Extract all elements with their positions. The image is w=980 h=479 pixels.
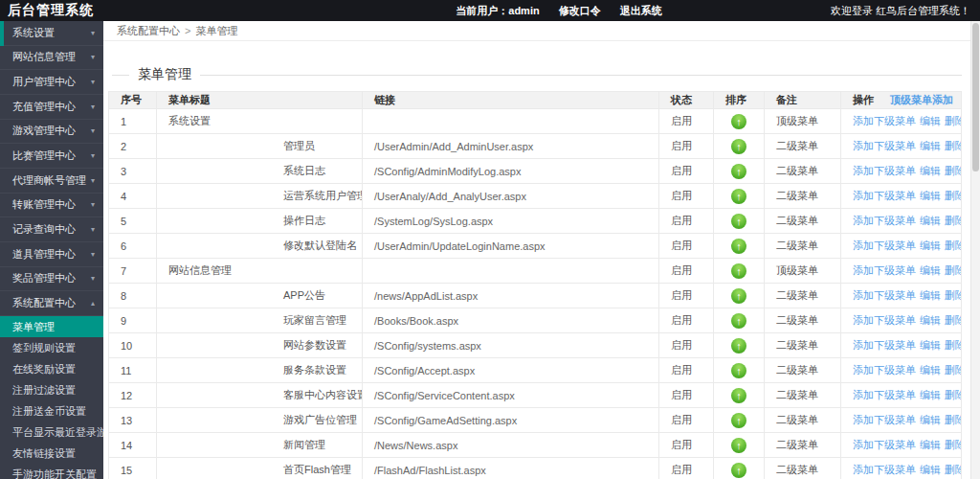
sort-up-button[interactable]: ↑ [731, 214, 746, 229]
cell-title: 游戏广告位管理 [157, 408, 363, 433]
cell-link: /UserAdmin/Add_AdminUser.aspx [363, 134, 659, 159]
edit-link[interactable]: 编辑 [920, 165, 941, 176]
edit-link[interactable]: 编辑 [920, 389, 941, 400]
cell-actions: 添加下级菜单编辑删除 [841, 308, 962, 333]
sidebar-item[interactable]: 游戏管理中心▾ [0, 120, 103, 145]
edit-link[interactable]: 编辑 [920, 464, 941, 475]
delete-link[interactable]: 删除 [945, 389, 962, 400]
sidebar-item[interactable]: 比赛管理中心▾ [0, 144, 103, 169]
vertical-scrollbar[interactable] [970, 21, 980, 479]
sort-up-button[interactable]: ↑ [731, 263, 746, 279]
add-submenu-link[interactable]: 添加下级菜单 [853, 165, 916, 176]
sidebar-item[interactable]: 网站信息管理▾ [0, 46, 103, 71]
add-submenu-link[interactable]: 添加下级菜单 [853, 115, 916, 126]
add-submenu-link[interactable]: 添加下级菜单 [853, 414, 916, 425]
edit-link[interactable]: 编辑 [920, 414, 941, 425]
sidebar-item[interactable]: 转账管理中心▾ [0, 194, 103, 218]
delete-link[interactable]: 删除 [945, 289, 962, 301]
sort-up-button[interactable]: ↑ [731, 164, 746, 179]
add-submenu-link[interactable]: 添加下级菜单 [853, 215, 916, 226]
delete-link[interactable]: 删除 [945, 414, 962, 425]
chevron-down-icon: ▾ [91, 151, 95, 160]
sidebar-item[interactable]: 充值管理中心▾ [0, 95, 103, 120]
edit-link[interactable]: 编辑 [920, 140, 941, 151]
add-submenu-link[interactable]: 添加下级菜单 [853, 464, 916, 475]
add-submenu-link[interactable]: 添加下级菜单 [853, 314, 916, 326]
logout-link[interactable]: 退出系统 [620, 4, 662, 18]
sidebar-item[interactable]: 代理商帐号管理▾ [0, 169, 103, 194]
table-row: 7网站信息管理启用↑顶级菜单添加下级菜单编辑删除 [109, 259, 962, 284]
sidebar-subitem[interactable]: 菜单管理 [0, 316, 103, 337]
edit-link[interactable]: 编辑 [920, 115, 941, 126]
sidebar-item[interactable]: 道具管理中心▾ [0, 242, 103, 267]
delete-link[interactable]: 删除 [945, 464, 962, 475]
sidebar-subitem[interactable]: 平台显示最近登录游戏... [0, 422, 103, 443]
edit-link[interactable]: 编辑 [920, 215, 941, 226]
edit-link[interactable]: 编辑 [920, 240, 941, 251]
sidebar-subitem[interactable]: 签到规则设置 [0, 337, 103, 358]
delete-link[interactable]: 删除 [945, 165, 962, 176]
delete-link[interactable]: 删除 [945, 190, 962, 201]
add-top-menu-link[interactable]: 顶级菜单添加 [890, 93, 953, 107]
edit-link[interactable]: 编辑 [920, 364, 941, 376]
delete-link[interactable]: 删除 [945, 264, 962, 276]
menu-title-text: 修改默认登陆名 [168, 239, 357, 253]
sidebar-item[interactable]: 系统配置中心▴ [0, 291, 103, 316]
add-submenu-link[interactable]: 添加下级菜单 [853, 289, 916, 301]
sort-up-button[interactable]: ↑ [731, 239, 746, 254]
sidebar-subitem[interactable]: 友情链接设置 [0, 443, 103, 464]
sidebar-subitem[interactable]: 注册过滤设置 [0, 379, 103, 400]
delete-link[interactable]: 删除 [945, 339, 962, 351]
sort-up-button[interactable]: ↑ [731, 139, 746, 154]
delete-link[interactable]: 删除 [945, 364, 962, 376]
delete-link[interactable]: 删除 [945, 314, 962, 326]
cell-sort: ↑ [714, 308, 765, 333]
edit-link[interactable]: 编辑 [920, 339, 941, 351]
delete-link[interactable]: 删除 [945, 140, 962, 151]
sort-up-button[interactable]: ↑ [731, 413, 746, 428]
sort-up-button[interactable]: ↑ [731, 388, 746, 403]
cell-status: 启用 [659, 433, 714, 458]
add-submenu-link[interactable]: 添加下级菜单 [853, 140, 916, 151]
delete-link[interactable]: 删除 [945, 439, 962, 450]
cell-status: 启用 [659, 383, 714, 408]
sort-up-button[interactable]: ↑ [731, 338, 746, 354]
breadcrumb-parent[interactable]: 系统配置中心 [117, 25, 180, 36]
edit-link[interactable]: 编辑 [920, 264, 941, 276]
add-submenu-link[interactable]: 添加下级菜单 [853, 439, 916, 450]
sort-up-button[interactable]: ↑ [731, 313, 746, 329]
scrollbar-thumb[interactable] [972, 23, 979, 171]
menu-title-text: 系统设置 [168, 115, 211, 126]
add-submenu-link[interactable]: 添加下级菜单 [853, 240, 916, 251]
change-password-link[interactable]: 修改口令 [559, 4, 601, 18]
cell-link: /Books/Book.aspx [363, 308, 659, 333]
sort-up-button[interactable]: ↑ [731, 288, 746, 304]
sidebar-item[interactable]: 系统设置▾ [0, 21, 103, 46]
delete-link[interactable]: 删除 [945, 215, 962, 226]
add-submenu-link[interactable]: 添加下级菜单 [853, 190, 916, 201]
delete-link[interactable]: 删除 [945, 115, 962, 126]
edit-link[interactable]: 编辑 [920, 439, 941, 450]
sidebar-subitem[interactable]: 在线奖励设置 [0, 358, 103, 379]
sidebar-subitem[interactable]: 手游功能开关配置 [0, 464, 103, 479]
sort-up-button[interactable]: ↑ [731, 463, 746, 478]
edit-link[interactable]: 编辑 [920, 314, 941, 326]
sort-up-button[interactable]: ↑ [731, 189, 746, 204]
delete-link[interactable]: 删除 [945, 240, 962, 251]
sidebar-item[interactable]: 奖品管理中心▾ [0, 267, 103, 292]
sidebar-item[interactable]: 记录查询中心▾ [0, 217, 103, 242]
add-submenu-link[interactable]: 添加下级菜单 [853, 339, 916, 351]
cell-actions: 添加下级菜单编辑删除 [841, 284, 962, 308]
edit-link[interactable]: 编辑 [920, 190, 941, 201]
cell-title: 系统设置 [157, 109, 363, 134]
sidebar-subitem[interactable]: 注册送金币设置 [0, 400, 103, 422]
add-submenu-link[interactable]: 添加下级菜单 [853, 364, 916, 376]
sort-up-button[interactable]: ↑ [731, 114, 746, 129]
add-submenu-link[interactable]: 添加下级菜单 [853, 389, 916, 400]
edit-link[interactable]: 编辑 [920, 289, 941, 301]
sort-up-button[interactable]: ↑ [731, 438, 746, 453]
cell-note: 二级菜单 [765, 184, 841, 209]
sidebar-item[interactable]: 用户管理中心▾ [0, 70, 103, 95]
add-submenu-link[interactable]: 添加下级菜单 [853, 264, 916, 276]
sort-up-button[interactable]: ↑ [731, 363, 746, 378]
